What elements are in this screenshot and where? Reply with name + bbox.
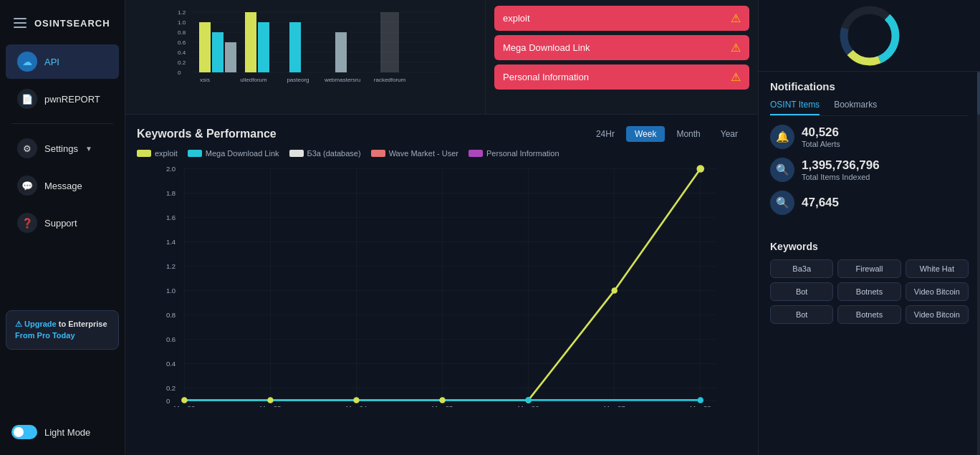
svg-text:1.0: 1.0: [178, 19, 186, 26]
alert-exploit-text: exploit: [503, 13, 530, 24]
upgrade-label: ⚠ Upgrade: [15, 320, 57, 328]
main-content: 1.2 1.0 0.8 0.6 0.4 0.2 0: [125, 0, 758, 455]
legend-dot-db: [289, 150, 304, 157]
alert-exploit-icon: ⚠: [731, 11, 741, 25]
pwnreport-icon: 📄: [17, 89, 37, 109]
light-mode-toggle[interactable]: [11, 425, 37, 439]
time-btn-24hr[interactable]: 24Hr: [587, 126, 623, 142]
svg-text:Mar 25: Mar 25: [432, 404, 453, 407]
legend-label-personal: Personal Information: [486, 149, 559, 158]
svg-text:webmastersru: webmastersru: [324, 77, 360, 83]
legend-wave: Wave Market - User: [371, 149, 458, 158]
svg-text:Mar 22: Mar 22: [174, 404, 196, 407]
kw-tag-5[interactable]: Video Bitcoin: [905, 282, 969, 301]
legend-dot-wave: [371, 150, 385, 157]
support-icon: ❓: [17, 213, 37, 233]
svg-text:0.8: 0.8: [178, 29, 186, 36]
chevron-down-icon: ▼: [85, 145, 92, 153]
sidebar-label-api: API: [44, 57, 59, 67]
keywords-header: Keywords & Performance 24Hr Week Month Y…: [137, 126, 746, 142]
total-alerts-label: Total Alerts: [802, 140, 840, 148]
svg-text:0.6: 0.6: [166, 335, 176, 343]
notif-stat-indexed-info: 1,395,736,796 Total Items Indexed: [802, 158, 880, 181]
legend-label-mega: Mega Download Link: [206, 149, 279, 158]
dot-exploit-mar22: [181, 397, 188, 403]
kw-tag-1[interactable]: Firewall: [837, 259, 900, 278]
kw-tag-3[interactable]: Bot: [770, 282, 833, 301]
alert-exploit[interactable]: exploit ⚠: [494, 6, 749, 31]
svg-text:0.2: 0.2: [178, 59, 186, 66]
svg-rect-18: [212, 32, 224, 72]
kw-tag-8[interactable]: Video Bitcoin: [905, 305, 969, 324]
notifications-section: Notifications OSINT Items Bookmarks 🔔 40…: [759, 72, 980, 232]
kw-tag-0[interactable]: Ba3a: [770, 259, 833, 278]
kw-tag-2[interactable]: White Hat: [905, 259, 969, 278]
svg-text:pasteorg: pasteorg: [287, 77, 309, 83]
time-btn-week[interactable]: Week: [626, 126, 665, 142]
kw-tag-7[interactable]: Botnets: [837, 305, 900, 324]
line-chart-area: 2.0 1.8 1.6 1.4 1.2 1.0 0.8 0.6 0.4 0.2 …: [137, 163, 746, 407]
upgrade-text: ⚠ Upgrade to Enterprise From Pro Today: [15, 318, 110, 342]
kw-tag-4[interactable]: Botnets: [837, 282, 900, 301]
keywords-panel: Keywords Ba3a Firewall White Hat Bot Bot…: [759, 232, 980, 332]
legend-label-db: Б3а (database): [307, 149, 361, 158]
sidebar-item-pwnreport[interactable]: 📄 pwnREPORT: [6, 82, 119, 116]
notif-stat-alerts: 🔔 40,526 Total Alerts: [770, 125, 969, 149]
dot-exploit-mar28: [696, 165, 704, 173]
kw-tag-6[interactable]: Bot: [770, 305, 833, 324]
time-filters: 24Hr Week Month Year: [587, 126, 746, 142]
dot-exploit-mar24: [353, 397, 360, 403]
sidebar-item-message[interactable]: 💬 Message: [6, 168, 119, 203]
svg-text:Mar 26: Mar 26: [518, 404, 539, 407]
sidebar-label-support: Support: [44, 218, 77, 229]
sidebar-item-settings[interactable]: ⚙ Settings ▼: [6, 131, 119, 166]
legend-personal: Personal Information: [469, 149, 559, 158]
menu-icon: [11, 14, 29, 32]
keywords-section: Keywords & Performance 24Hr Week Month Y…: [125, 115, 758, 455]
svg-rect-2: [14, 27, 27, 28]
scrollbar-thumb[interactable]: [977, 72, 980, 115]
alert-mega-download[interactable]: Mega Download Link ⚠: [494, 35, 749, 60]
upgrade-from: From Pro Today: [15, 331, 75, 340]
dot-exploit-mar23: [267, 397, 274, 403]
svg-text:1.8: 1.8: [166, 189, 176, 197]
svg-rect-0: [14, 18, 27, 19]
svg-rect-22: [289, 22, 301, 72]
alert-personal-info[interactable]: Personal Information ⚠: [494, 64, 749, 90]
alert-personal-info-text: Personal Information: [503, 72, 589, 82]
time-btn-year[interactable]: Year: [712, 126, 746, 142]
dot-exploit-mar27: [611, 287, 618, 294]
tab-bookmarks[interactable]: Bookmarks: [834, 100, 877, 115]
tab-osint-items[interactable]: OSINT Items: [770, 100, 820, 115]
right-panel-scrollbar[interactable]: [977, 72, 980, 455]
alert-stat-icon: 🔔: [770, 125, 794, 149]
svg-text:rackedforum: rackedforum: [374, 77, 406, 83]
svg-text:1.2: 1.2: [178, 9, 186, 16]
bar-chart-section: 1.2 1.0 0.8 0.6 0.4 0.2 0: [125, 0, 486, 114]
upgrade-banner[interactable]: ⚠ Upgrade to Enterprise From Pro Today: [6, 310, 119, 350]
svg-text:0.4: 0.4: [166, 360, 176, 368]
svg-text:0.4: 0.4: [178, 49, 186, 56]
time-btn-month[interactable]: Month: [668, 126, 708, 142]
svg-text:1.6: 1.6: [166, 214, 176, 221]
legend-dot-mega: [188, 150, 202, 157]
svg-text:Mar 28: Mar 28: [690, 404, 711, 407]
svg-text:1.0: 1.0: [166, 287, 176, 294]
right-panel: Notifications OSINT Items Bookmarks 🔔 40…: [758, 0, 980, 455]
legend-label-wave: Wave Market - User: [389, 149, 458, 158]
alert-mega-download-text: Mega Download Link: [503, 42, 590, 53]
svg-rect-17: [199, 22, 211, 72]
svg-rect-24: [380, 12, 399, 72]
sidebar-label-pwnreport: pwnREPORT: [44, 94, 100, 105]
light-mode-label: Light Mode: [44, 427, 90, 438]
sidebar-item-support[interactable]: ❓ Support: [6, 206, 119, 240]
svg-text:0.6: 0.6: [178, 39, 186, 46]
svg-text:1.2: 1.2: [166, 262, 176, 270]
dot-mega-mar28: [698, 397, 704, 403]
svg-text:Mar 27: Mar 27: [604, 404, 625, 407]
alerts-section: exploit ⚠ Mega Download Link ⚠ Personal …: [486, 0, 758, 114]
notif-stat-indexed: 🔍 1,395,736,796 Total Items Indexed: [770, 158, 969, 182]
sidebar-item-api[interactable]: ☁ API: [6, 44, 119, 79]
keywords-title: Keywords & Performance: [137, 128, 277, 140]
sidebar-logo: OSINTSEARCH: [0, 9, 125, 43]
